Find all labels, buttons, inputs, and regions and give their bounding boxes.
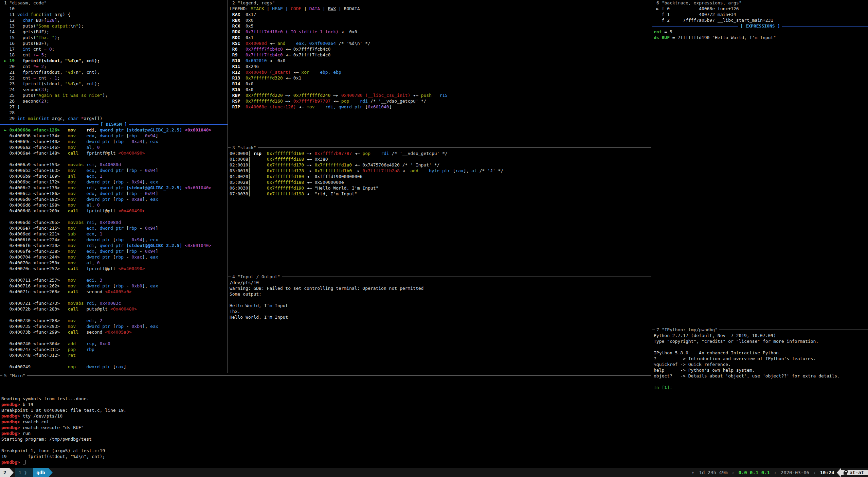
- stack-lines: 00:0000│ rsp 0x7fffffffd160 —▸ 0x7ffff7b…: [228, 151, 651, 197]
- terminal-cursor[interactable]: [23, 460, 25, 464]
- load-average: 0.0 0.1 0.1: [738, 470, 770, 475]
- terminal-line: 22 cnt = cnt - 1;: [1, 75, 228, 81]
- expressions-separator-label: [ EXPRESSIONS ]: [738, 23, 782, 29]
- terminal-line: pwndbg> run: [1, 430, 651, 436]
- status-right: ↑ 1d 23h 49m ‹ 0.0 0.1 0.1 ‹ 2020-03-06 …: [689, 468, 868, 477]
- window-tab-gdb-active[interactable]: gdb: [33, 468, 48, 477]
- terminal-line: IPython 5.8.0 -- An enhanced Interactive…: [654, 350, 868, 356]
- terminal-line: 0x4006a2 <func+146> mov al, 0: [1, 144, 228, 150]
- terminal-line: Hello World, I'm Input: [230, 314, 651, 320]
- terminal-line: 01:0008│ 0x7fffffffd168 ◂— 0x380: [230, 156, 651, 162]
- terminal-line: R9 0x7ffff7fcb4c0 ◂— 0x7ffff7fcb4c0: [230, 52, 651, 58]
- terminal-line: 05:0028│ 0x7fffffffd188 ◂— 0x50000000e: [230, 179, 651, 185]
- terminal-line: R13 0x7fffffffd320 ◂— 0x1: [230, 75, 651, 81]
- tmux-screen: 1 "disasm, code" 10 11 void func(int arg…: [0, 0, 868, 477]
- terminal-line: 0x400716 <func+262> mov dword ptr [rbp -…: [1, 283, 228, 289]
- terminal-line: R11 0x246: [230, 64, 651, 69]
- terminal-line: RAX 0x17: [230, 12, 651, 17]
- terminal-line: 29 int main(int argc, char *argv[]): [1, 116, 228, 121]
- source-code-lines: 10 11 void func(int arg) { 12 char BUF[1…: [0, 6, 228, 121]
- terminal-line: 0x400711 <func+257> mov edi, 3: [1, 277, 228, 283]
- pane-title-legend-regs: 2 "legend, regs": [228, 0, 651, 6]
- terminal-line: 18 cnt += 5;: [1, 52, 228, 58]
- backtrace-lines: ► f 0 40068e func+126 f 1 400772 main+34…: [652, 6, 868, 23]
- terminal-line: 27 }: [1, 104, 228, 110]
- terminal-line: pwndbg>: [1, 459, 651, 465]
- terminal-line: ► 0x40068e <func+126> mov rdi, qword ptr…: [1, 127, 228, 133]
- pane-stack[interactable]: 3 "stack" 00:0000│ rsp 0x7fffffffd160 —▸…: [228, 145, 651, 274]
- disasm-separator-label: [ DISASM ]: [98, 121, 129, 127]
- pane-border-vertical-left[interactable]: [228, 0, 228, 373]
- terminal-line: RDI 0x1: [230, 35, 651, 40]
- terminal-line: 0x4006f6 <func+230> mov rdi, qword ptr […: [1, 243, 228, 248]
- terminal-line: 06:0030│ 0x7fffffffd190 ◂— "Hello World,…: [230, 185, 651, 191]
- pane-border-vertical-right[interactable]: [652, 0, 652, 468]
- terminal-line: [1, 390, 651, 396]
- terminal-line: [654, 379, 868, 385]
- uptime-value: 1d 23h 49m: [699, 470, 727, 475]
- terminal-line: f 1 400772 main+34: [654, 12, 868, 17]
- terminal-line: 0x40070c <func+252> call fprintf@plt <0x…: [1, 266, 228, 271]
- terminal-line: [654, 344, 868, 350]
- pane-title-label: 2 "legend, regs": [231, 0, 276, 6]
- pane-main-gdb[interactable]: 5 "Main" Reading symbols from test...don…: [0, 373, 651, 468]
- status-left: 2 1 ❯ gdb: [0, 468, 53, 477]
- terminal-line: [1, 295, 228, 300]
- session-badge[interactable]: 2: [0, 468, 10, 477]
- terminal-line: [1, 214, 228, 219]
- terminal-line: [230, 297, 651, 303]
- terminal-line: [1, 312, 228, 318]
- terminal-line: 24 second(3);: [1, 87, 228, 92]
- terminal-line: ► 19 fprintf(stdout, "%d\n", cnt);: [1, 58, 228, 64]
- terminal-line: 0x400730 <func+288> mov edi, 2: [1, 318, 228, 323]
- disasm-section-separator: [ DISASM ]: [0, 121, 228, 127]
- terminal-line: R15 0x0: [230, 87, 651, 92]
- terminal-line: RCX 0x5: [230, 23, 651, 29]
- terminal-line: 0x4006ca <func+186> mov edx, dword ptr […: [1, 191, 228, 196]
- terminal-line: 14 gets(BUF);: [1, 29, 228, 35]
- pane-title-label: 1 "disasm, code": [2, 0, 48, 6]
- terminal-line: 0x4006b9 <func+169> shl ecx, 1: [1, 173, 228, 179]
- terminal-line: RBP 0x7fffffffd220 —▸ 0x7fffffffd240 —▸ …: [230, 92, 651, 98]
- terminal-line: RIP 0x40068e (func+126) ◂— mov rdi, qwor…: [230, 104, 651, 110]
- pane-border-line: [228, 3, 651, 3]
- pane-legend-regs[interactable]: 2 "legend, regs" LEGEND: STACK | HEAP | …: [228, 0, 651, 145]
- pane-ipython[interactable]: 7 "IPython: tmp/pwndbg" Python 2.7.17 (d…: [652, 327, 868, 468]
- terminal-line: 13 puts("Some output:\n");: [1, 23, 228, 29]
- terminal-line: 00:0000│ rsp 0x7fffffffd160 —▸ 0x7ffff7b…: [230, 151, 651, 156]
- chevron-left-icon: ‹: [731, 470, 735, 476]
- terminal-line: ► f 0 40068e func+126: [654, 6, 868, 12]
- terminal-line: pwndbg> cwatch execute "ds BUF": [1, 425, 651, 430]
- gdb-console-lines: Reading symbols from test...done.pwndbg>…: [0, 378, 651, 465]
- time-value: 10:24: [820, 470, 834, 475]
- terminal-line: 17 int cnt = 0;: [1, 46, 228, 52]
- pane-title-label: 6 "backtrace, expressions, args": [655, 0, 743, 6]
- hostname-badge: at-at: [841, 470, 868, 475]
- chevron-left-icon: ‹: [774, 470, 777, 476]
- terminal-line: 28: [1, 110, 228, 116]
- terminal-line: 0x400740 <func+304> add rsp, 0xc0: [1, 341, 228, 347]
- terminal-line: 07:0038│ 0x7fffffffd198 ◂— "rld, I'm Inp…: [230, 191, 651, 197]
- pane-title-label: 5 "Main": [2, 373, 27, 378]
- terminal-line: /dev/pts/10: [230, 280, 651, 285]
- pane-backtrace[interactable]: 6 "backtrace, expressions, args" ► f 0 4…: [652, 0, 868, 327]
- window-tab-1[interactable]: 1 ❯: [15, 468, 33, 477]
- terminal-line: 23 fprintf(stdout, "%d\n", cnt);: [1, 81, 228, 87]
- pane-title-ipython: 7 "IPython: tmp/pwndbg": [652, 327, 868, 333]
- terminal-line: 0x4006d8 <func+200> call fprintf@plt <0x…: [1, 208, 228, 214]
- terminal-line: 20 cnt *= 2;: [1, 64, 228, 69]
- terminal-line: Thx.: [230, 308, 651, 314]
- terminal-line: Breakpoint 1, func (arg=5) at test.c:19: [1, 448, 651, 454]
- chevron-left-icon: ‹: [813, 470, 816, 476]
- terminal-line: 21 fprintf(stdout, "%d\n", cnt);: [1, 69, 228, 75]
- terminal-line: 0x4006b3 <func+163> mov ecx, dword ptr […: [1, 167, 228, 173]
- terminal-line: 0x4006fe <func+238> mov edx, dword ptr […: [1, 248, 228, 254]
- pane-title-stack: 3 "stack": [228, 145, 651, 151]
- pane-input-output[interactable]: 4 "Input / Output" /dev/pts/10warning: G…: [228, 274, 651, 373]
- pane-disasm-code[interactable]: 1 "disasm, code" 10 11 void func(int arg…: [0, 0, 228, 373]
- terminal-line: cnt = 5: [654, 29, 868, 35]
- terminal-line: 0x400704 <func+244> mov dword ptr [rbp -…: [1, 254, 228, 260]
- terminal-line: 0x4006f0 <func+224> mov dword ptr [rbp -…: [1, 237, 228, 243]
- terminal-line: 16 puts(BUF);: [1, 40, 228, 46]
- terminal-line: ? -> Introduction and overview of IPytho…: [654, 356, 868, 361]
